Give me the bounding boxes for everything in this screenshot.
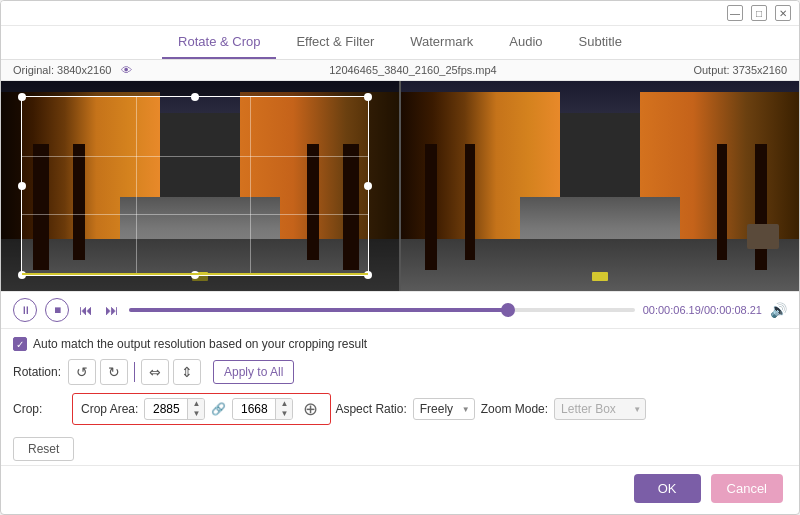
tabs-bar: Rotate & Crop Effect & Filter Watermark …: [1, 26, 799, 60]
zoom-mode-wrapper: Letter Box Pan & Scan Full: [554, 398, 646, 420]
rotate-cw-button[interactable]: ↻: [100, 359, 128, 385]
progress-thumb[interactable]: [501, 303, 515, 317]
center-crop-icon[interactable]: ⊕: [299, 398, 322, 420]
left-video-frame: [1, 81, 399, 291]
info-bar: Original: 3840x2160 👁 12046465_3840_2160…: [1, 60, 799, 81]
crop-height-input-group: ▲ ▼: [232, 398, 293, 420]
aspect-section: Aspect Ratio: Freely 16:9 4:3 1:1 Zoom M…: [335, 398, 646, 420]
aspect-ratio-select[interactable]: Freely 16:9 4:3 1:1: [413, 398, 475, 420]
width-up-button[interactable]: ▲: [188, 399, 204, 409]
height-down-button[interactable]: ▼: [276, 409, 292, 419]
height-spinners: ▲ ▼: [275, 399, 292, 419]
preview-area: [1, 81, 799, 291]
width-spinners: ▲ ▼: [187, 399, 204, 419]
grid-line-h1: [22, 156, 368, 157]
ok-button[interactable]: OK: [634, 474, 701, 503]
crop-handle-tm[interactable]: [191, 93, 199, 101]
r-trunk3: [755, 144, 767, 270]
apply-all-button[interactable]: Apply to All: [213, 360, 294, 384]
r-trunk4: [717, 144, 727, 260]
skip-forward-button[interactable]: ⏭: [103, 302, 121, 318]
rotation-buttons: ↺ ↻ ⇔ ⇕ Apply to All: [68, 359, 294, 385]
right-video-frame: [401, 81, 799, 291]
progress-fill: [129, 308, 508, 312]
output-resolution: Output: 3735x2160: [693, 64, 787, 76]
original-resolution: Original: 3840x2160: [13, 64, 111, 76]
crop-area-label: Crop Area:: [81, 402, 138, 416]
r-road-bottom: [401, 239, 799, 292]
aspect-ratio-label: Aspect Ratio:: [335, 402, 406, 416]
crop-label: Crop:: [13, 402, 68, 416]
crop-box: Crop Area: ▲ ▼ 🔗 ▲ ▼: [72, 393, 331, 425]
crop-handle-mr[interactable]: [364, 182, 372, 190]
flip-v-button[interactable]: ⇕: [173, 359, 201, 385]
crop-overlay[interactable]: [21, 96, 369, 276]
time-display: 00:00:06.19/00:00:08.21: [643, 304, 762, 316]
preview-right: [401, 81, 799, 291]
stop-button[interactable]: ⏹: [45, 298, 69, 322]
grid-line-v1: [136, 97, 137, 275]
r-trunk1: [425, 144, 437, 270]
preview-left: [1, 81, 401, 291]
cancel-button[interactable]: Cancel: [711, 474, 783, 503]
tab-audio[interactable]: Audio: [493, 26, 558, 59]
playback-bar: ⏸ ⏹ ⏮ ⏭ 00:00:06.19/00:00:08.21 🔊: [1, 291, 799, 328]
grid-line-h2: [22, 214, 368, 215]
eye-icon[interactable]: 👁: [121, 64, 132, 76]
crop-handle-tl[interactable]: [18, 93, 26, 101]
title-bar: — □ ✕: [1, 1, 799, 26]
crop-width-input[interactable]: [145, 400, 187, 418]
close-button[interactable]: ✕: [775, 5, 791, 21]
controls-section: Auto match the output resolution based o…: [1, 328, 799, 465]
auto-match-checkbox[interactable]: [13, 337, 27, 351]
grid-line-v2: [250, 97, 251, 275]
dimension-link-icon: 🔗: [211, 402, 226, 416]
rotation-divider: [134, 362, 135, 382]
tab-subtitle[interactable]: Subtitle: [563, 26, 638, 59]
rotation-row: Rotation: ↺ ↻ ⇔ ⇕ Apply to All: [13, 359, 787, 385]
pause-button[interactable]: ⏸: [13, 298, 37, 322]
r-road-mark1: [592, 272, 608, 280]
auto-match-row: Auto match the output resolution based o…: [13, 337, 787, 351]
width-down-button[interactable]: ▼: [188, 409, 204, 419]
tab-rotate-crop[interactable]: Rotate & Crop: [162, 26, 276, 59]
maximize-button[interactable]: □: [751, 5, 767, 21]
aspect-ratio-wrapper: Freely 16:9 4:3 1:1: [413, 398, 475, 420]
main-window: — □ ✕ Rotate & Crop Effect & Filter Wate…: [0, 0, 800, 515]
tab-watermark[interactable]: Watermark: [394, 26, 489, 59]
minimize-button[interactable]: —: [727, 5, 743, 21]
window-controls: — □ ✕: [727, 5, 791, 21]
crop-handle-tr[interactable]: [364, 93, 372, 101]
filename-label: 12046465_3840_2160_25fps.mp4: [329, 64, 497, 76]
footer-bar: OK Cancel: [1, 465, 799, 511]
crop-width-input-group: ▲ ▼: [144, 398, 205, 420]
r-trunk2: [465, 144, 475, 260]
zoom-mode-select[interactable]: Letter Box Pan & Scan Full: [554, 398, 646, 420]
volume-icon[interactable]: 🔊: [770, 302, 787, 318]
bench: [747, 224, 779, 249]
height-up-button[interactable]: ▲: [276, 399, 292, 409]
progress-bar[interactable]: [129, 308, 635, 312]
crop-height-input[interactable]: [233, 400, 275, 418]
tab-effect-filter[interactable]: Effect & Filter: [280, 26, 390, 59]
crop-handle-ml[interactable]: [18, 182, 26, 190]
crop-bottom-bar: [22, 273, 368, 275]
rotate-ccw-button[interactable]: ↺: [68, 359, 96, 385]
skip-back-button[interactable]: ⏮: [77, 302, 95, 318]
auto-match-label: Auto match the output resolution based o…: [33, 337, 367, 351]
zoom-mode-label: Zoom Mode:: [481, 402, 548, 416]
flip-h-button[interactable]: ⇔: [141, 359, 169, 385]
crop-row: Crop: Crop Area: ▲ ▼ 🔗 ▲: [13, 393, 787, 425]
rotation-label: Rotation:: [13, 365, 68, 379]
reset-button[interactable]: Reset: [13, 437, 74, 461]
